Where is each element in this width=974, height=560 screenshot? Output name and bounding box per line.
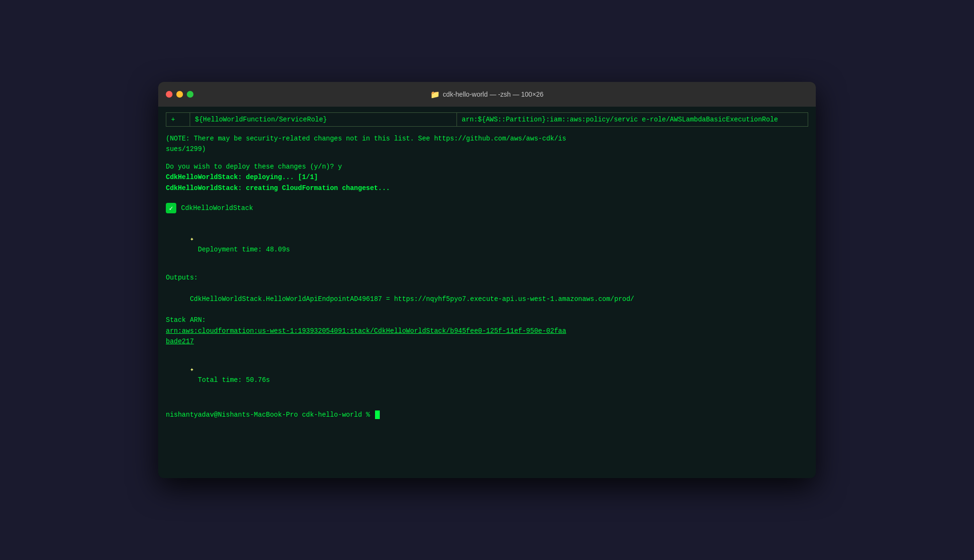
- stack-checkbox-line: ✓ CdkHelloWorldStack: [166, 203, 808, 213]
- command-prompt[interactable]: nishantyadav@Nishants-MacBook-Pro cdk-he…: [166, 410, 808, 420]
- minimize-button[interactable]: [176, 91, 183, 98]
- deploy-prompt-line: Do you wish to deploy these changes (y/n…: [166, 161, 808, 172]
- window-title: 📁 cdk-hello-world — -zsh — 100×26: [430, 90, 543, 99]
- checkmark-icon: ✓: [166, 203, 176, 213]
- total-time-line: ✦ Total time: 50.76s: [166, 354, 808, 397]
- cursor: [375, 410, 380, 419]
- api-endpoint-url[interactable]: https://nqyhf5pyo7.execute-api.us-west-1…: [394, 295, 634, 303]
- traffic-lights: [166, 91, 193, 98]
- table-cell-resource: ${HelloWorldFunction/ServiceRole}: [190, 113, 457, 126]
- sparkle-icon-1: ✦: [190, 235, 193, 243]
- table-cell-value: arn:${AWS::Partition}:iam::aws:policy/se…: [457, 113, 808, 126]
- deploying-line: CdkHelloWorldStack: deploying... [1/1]: [166, 172, 808, 182]
- table-row: + ${HelloWorldFunction/ServiceRole} arn:…: [166, 113, 808, 126]
- api-endpoint-line: CdkHelloWorldStack.HelloWorldApiEndpoint…: [166, 283, 808, 315]
- sparkle-icon-2: ✦: [190, 366, 193, 373]
- stack-name-label: CdkHelloWorldStack: [181, 203, 253, 213]
- titlebar: 📁 cdk-hello-world — -zsh — 100×26: [158, 82, 816, 107]
- creating-changeset-line: CdkHelloWorldStack: creating CloudFormat…: [166, 183, 808, 193]
- outputs-label: Outputs:: [166, 272, 808, 283]
- deployment-time-line: ✦ Deployment time: 48.09s: [166, 223, 808, 266]
- close-button[interactable]: [166, 91, 172, 98]
- stack-arn-value: arn:aws:cloudformation:us-west-1:1939320…: [166, 326, 808, 347]
- iam-policy-table: + ${HelloWorldFunction/ServiceRole} arn:…: [166, 112, 808, 127]
- terminal-window: 📁 cdk-hello-world — -zsh — 100×26 + ${He…: [158, 82, 816, 478]
- note-line: (NOTE: There may be security-related cha…: [166, 133, 808, 155]
- prompt-text: nishantyadav@Nishants-MacBook-Pro cdk-he…: [166, 410, 374, 420]
- maximize-button[interactable]: [187, 91, 193, 98]
- stack-arn-label: Stack ARN:: [166, 315, 808, 325]
- table-cell-plus: +: [166, 113, 190, 126]
- folder-icon: 📁: [430, 90, 440, 99]
- api-endpoint-key: CdkHelloWorldStack.HelloWorldApiEndpoint…: [190, 295, 394, 303]
- terminal-body[interactable]: + ${HelloWorldFunction/ServiceRole} arn:…: [158, 107, 816, 478]
